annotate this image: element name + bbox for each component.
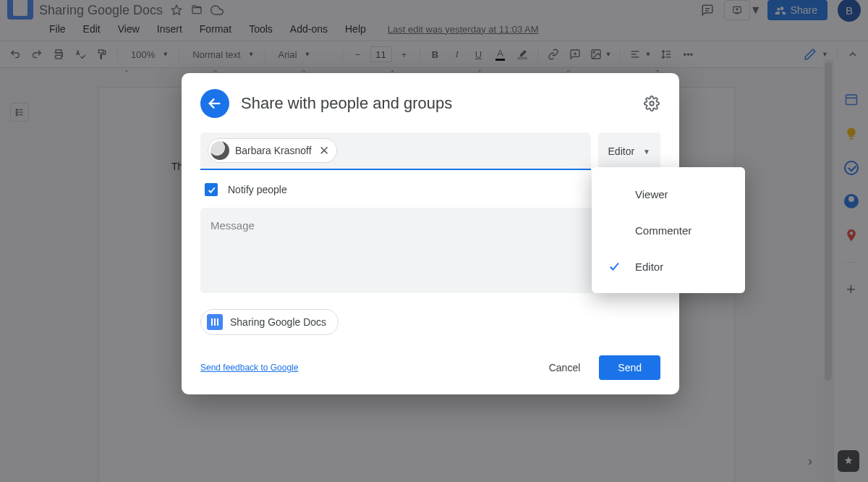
back-button[interactable] <box>200 89 229 118</box>
docs-file-icon <box>207 314 223 330</box>
attachment-chip[interactable]: Sharing Google Docs <box>200 309 339 335</box>
remove-chip-button[interactable]: ✕ <box>318 143 331 158</box>
role-option-label: Editor <box>635 261 663 273</box>
send-button[interactable]: Send <box>599 355 660 380</box>
person-avatar-icon <box>210 141 229 160</box>
message-placeholder: Message <box>210 219 255 232</box>
role-option-viewer[interactable]: Viewer <box>592 176 745 212</box>
svg-point-28 <box>650 101 654 106</box>
role-option-label: Viewer <box>635 188 668 200</box>
dialog-title: Share with people and groups <box>241 94 631 113</box>
caret-down-icon: ▼ <box>643 148 650 156</box>
google-docs-app: Sharing Google Docs ▼ <box>0 0 868 482</box>
attachment-name: Sharing Google Docs <box>230 316 326 328</box>
role-option-label: Commenter <box>635 224 692 237</box>
person-chip[interactable]: Barbara Krasnoff ✕ <box>208 138 337 163</box>
role-selected-label: Editor <box>608 145 635 157</box>
role-option-commenter[interactable]: Commenter <box>592 212 745 248</box>
role-option-editor[interactable]: Editor <box>592 248 745 284</box>
notify-checkbox[interactable] <box>205 183 218 196</box>
send-feedback-link[interactable]: Send feedback to Google <box>200 363 298 373</box>
people-input[interactable]: Barbara Krasnoff ✕ <box>200 132 591 170</box>
share-settings-button[interactable] <box>643 95 660 112</box>
person-chip-name: Barbara Krasnoff <box>235 145 312 156</box>
cancel-button[interactable]: Cancel <box>536 356 594 379</box>
role-dropdown-menu: Viewer Commenter Editor <box>592 167 745 293</box>
role-dropdown-button[interactable]: Editor ▼ <box>598 132 660 170</box>
check-icon <box>608 260 622 273</box>
notify-label: Notify people <box>228 184 287 195</box>
